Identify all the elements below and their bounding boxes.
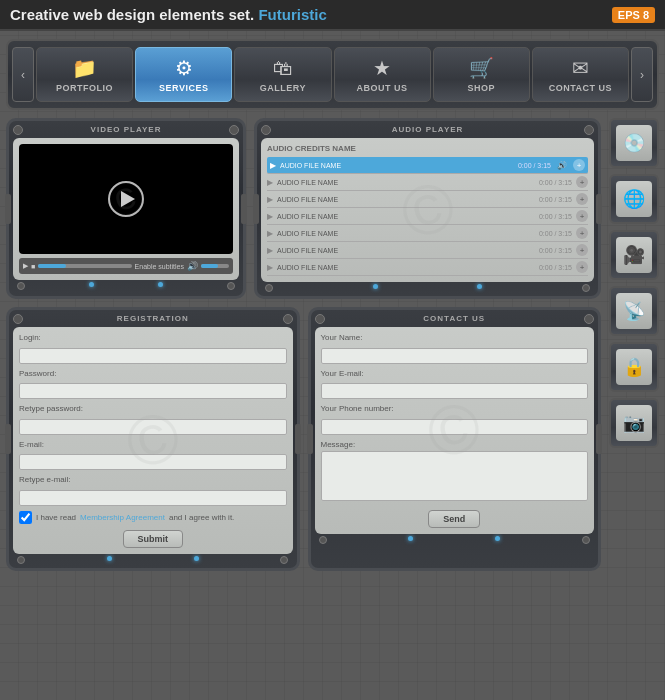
camera-icon: 🎥 xyxy=(616,237,652,273)
nav-item-contact[interactable]: ✉ CONTACT US xyxy=(532,47,629,102)
top-panels: VIDEO PLAYER © © ▶ ■ E xyxy=(6,118,601,299)
agreement-text: I have read xyxy=(36,513,76,522)
registration-panel-inner: © Login: Password: Retype password: xyxy=(13,327,293,554)
track-add-btn-4[interactable]: + xyxy=(576,210,588,222)
registration-panel: REGISTRATION © Login: Password: Retype p… xyxy=(6,307,300,571)
audio-track-6[interactable]: ▶ AUDIO FILE NAME 0:00 / 3:15 + xyxy=(267,242,588,259)
audio-track-3[interactable]: ▶ AUDIO FILE NAME 0:00 / 3:15 + xyxy=(267,191,588,208)
nav-label-about: ABOUT US xyxy=(357,83,408,93)
agreement-suffix: and I agree with it. xyxy=(169,513,234,522)
nav-label-gallery: GALLERY xyxy=(260,83,306,93)
sidebar-photo-button[interactable]: 📷 xyxy=(609,398,659,448)
reg-bottom-bolts xyxy=(13,554,293,564)
audio-led-right xyxy=(477,284,482,289)
nav-item-shop[interactable]: 🛒 SHOP xyxy=(433,47,530,102)
nav-item-services[interactable]: ⚙ SERVICES xyxy=(135,47,232,102)
contact-panel-inner: © Your Name: Your E-mail: Your Phone num… xyxy=(315,327,595,534)
contact-name-input[interactable] xyxy=(321,348,589,364)
contact-bolt-br xyxy=(582,536,590,544)
sidebar-camera-button[interactable]: 🎥 xyxy=(609,230,659,280)
services-icon: ⚙ xyxy=(175,56,193,80)
contact-panel-title: CONTACT US xyxy=(315,314,595,323)
audio-track-4[interactable]: ▶ AUDIO FILE NAME 0:00 / 3:15 + xyxy=(267,208,588,225)
contact-phone-field: Your Phone number: xyxy=(321,404,589,435)
sidebar-lock-button[interactable]: 🔒 xyxy=(609,342,659,392)
stop-ctrl-icon[interactable]: ■ xyxy=(31,263,35,270)
track-add-btn-3[interactable]: + xyxy=(576,193,588,205)
video-progress-bar[interactable] xyxy=(38,264,131,268)
email-label: E-mail: xyxy=(19,440,287,449)
sidebar-disc-button[interactable]: 💿 xyxy=(609,118,659,168)
submit-button[interactable]: Submit xyxy=(123,530,184,548)
login-input[interactable] xyxy=(19,348,287,364)
membership-link[interactable]: Membership Agreement xyxy=(80,513,165,522)
track-icon-5: ▶ xyxy=(267,229,273,238)
contact-bottom-bolts xyxy=(315,534,595,544)
password-input[interactable] xyxy=(19,383,287,399)
track-add-btn-5[interactable]: + xyxy=(576,227,588,239)
sidebar-rss-button[interactable]: 📡 xyxy=(609,286,659,336)
nav-next-button[interactable]: › xyxy=(631,47,653,102)
audio-bolt-bl xyxy=(265,284,273,292)
nav-item-about[interactable]: ★ ABOUT US xyxy=(334,47,431,102)
audio-led-left xyxy=(373,284,378,289)
password-label: Password: xyxy=(19,369,287,378)
reg-bolt-bl xyxy=(17,556,25,564)
nav-prev-button[interactable]: ‹ xyxy=(12,47,34,102)
nav-label-contact: CONTACT US xyxy=(549,83,612,93)
led-left xyxy=(89,282,94,287)
audio-track-5[interactable]: ▶ AUDIO FILE NAME 0:00 / 3:15 + xyxy=(267,225,588,242)
bolt-br xyxy=(227,282,235,290)
audio-panel: AUDIO PLAYER © AUDIO CREDITS NAME ▶ AUDI… xyxy=(254,118,601,299)
login-field: Login: xyxy=(19,333,287,364)
contact-led-right xyxy=(495,536,500,541)
nav-item-gallery[interactable]: 🛍 GALLERY xyxy=(234,47,331,102)
audio-panel-inner: © AUDIO CREDITS NAME ▶ AUDIO FILE NAME 0… xyxy=(261,138,594,282)
video-progress-fill xyxy=(38,264,66,268)
nav-items: 📁 PORTFOLIO ⚙ SERVICES 🛍 GALLERY ★ ABOUT… xyxy=(36,47,629,102)
video-bottom-bolts xyxy=(13,280,239,290)
audio-track-7[interactable]: ▶ AUDIO FILE NAME 0:00 / 3:15 + xyxy=(267,259,588,276)
track-icon-3: ▶ xyxy=(267,195,273,204)
retype-password-field: Retype password: xyxy=(19,404,287,435)
contact-panel: CONTACT US © Your Name: Your E-mail: You… xyxy=(308,307,602,571)
play-button[interactable] xyxy=(108,181,144,217)
retype-email-input[interactable] xyxy=(19,490,287,506)
contact-message-field: Message: xyxy=(321,440,589,505)
contact-phone-input[interactable] xyxy=(321,419,589,435)
send-button[interactable]: Send xyxy=(428,510,480,528)
bolt-bl xyxy=(17,282,25,290)
contact-name-field: Your Name: xyxy=(321,333,589,364)
contact-email-input[interactable] xyxy=(321,383,589,399)
globe-icon: 🌐 xyxy=(616,181,652,217)
audio-playlist-title: AUDIO CREDITS NAME xyxy=(267,144,588,153)
track-icon-6: ▶ xyxy=(267,246,273,255)
audio-track-1[interactable]: ▶ AUDIO FILE NAME 0:00 / 3:15 🔊 + xyxy=(267,157,588,174)
play-ctrl-icon[interactable]: ▶ xyxy=(23,262,28,270)
contact-message-label: Message: xyxy=(321,440,589,449)
agreement-checkbox[interactable] xyxy=(19,511,32,524)
led-right xyxy=(158,282,163,287)
login-label: Login: xyxy=(19,333,287,342)
contact-phone-label: Your Phone number: xyxy=(321,404,589,413)
retype-password-input[interactable] xyxy=(19,419,287,435)
track-add-btn-1[interactable]: + xyxy=(573,159,585,171)
track-add-btn-6[interactable]: + xyxy=(576,244,588,256)
photo-icon: 📷 xyxy=(616,405,652,441)
audio-bolt-br xyxy=(582,284,590,292)
audio-track-2[interactable]: ▶ AUDIO FILE NAME 0:00 / 3:15 + xyxy=(267,174,588,191)
sidebar-icons: 💿 🌐 🎥 📡 🔒 📷 xyxy=(609,118,659,571)
header-title: Creative web design elements set. Futuri… xyxy=(10,6,608,23)
track-add-btn-2[interactable]: + xyxy=(576,176,588,188)
retype-password-label: Retype password: xyxy=(19,404,287,413)
email-input[interactable] xyxy=(19,454,287,470)
track-add-btn-7[interactable]: + xyxy=(576,261,588,273)
reg-led-left xyxy=(107,556,112,561)
header-banner: Creative web design elements set. Futuri… xyxy=(0,0,665,31)
nav-item-portfolio[interactable]: 📁 PORTFOLIO xyxy=(36,47,133,102)
contact-led-left xyxy=(408,536,413,541)
video-player-area: © xyxy=(19,144,233,254)
eps-badge: EPS 8 xyxy=(612,7,655,23)
sidebar-globe-button[interactable]: 🌐 xyxy=(609,174,659,224)
contact-message-input[interactable] xyxy=(321,451,589,501)
